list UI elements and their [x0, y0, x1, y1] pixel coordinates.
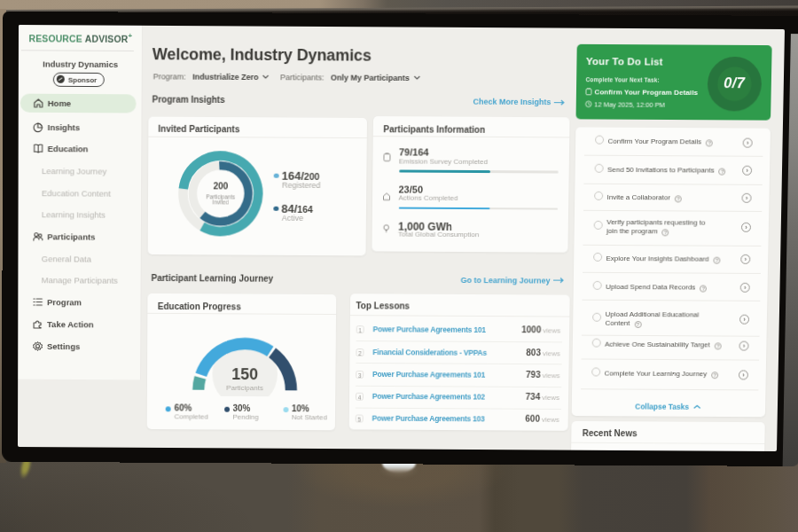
svg-text:Invited: Invited — [213, 200, 230, 206]
svg-text:200: 200 — [214, 181, 229, 191]
